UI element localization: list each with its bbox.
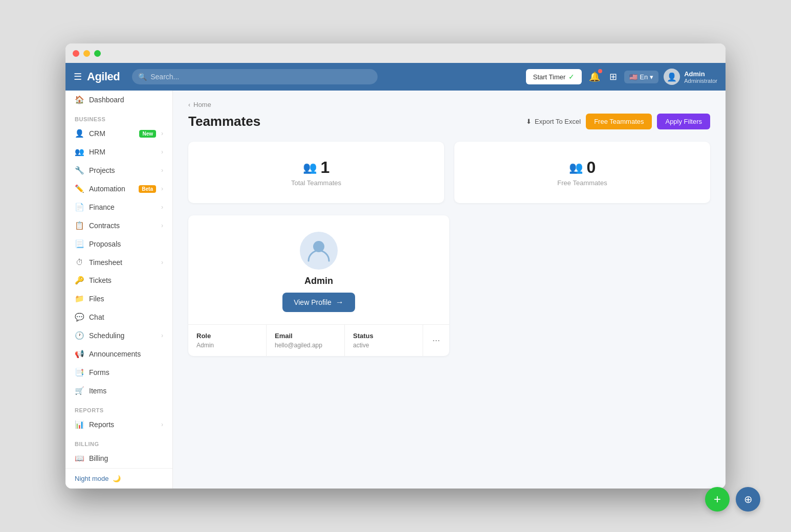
arrow-right-icon: → [336, 298, 344, 307]
teammate-card-top: Admin View Profile → [188, 215, 449, 324]
role-cell: Role Admin [188, 325, 267, 356]
main-area: 🏠 Dashboard BUSINESS 👤 CRM New › 👥 HRM ›… [65, 91, 726, 489]
view-profile-button[interactable]: View Profile → [282, 293, 355, 312]
home-icon: 🏠 [75, 95, 84, 104]
sidebar-item-hrm[interactable]: 👥 HRM › [65, 143, 172, 161]
sidebar-label-chat: Chat [89, 313, 163, 321]
breadcrumb-home[interactable]: Home [193, 101, 211, 108]
sidebar-item-timesheet[interactable]: ⏱ Timesheet › [65, 253, 172, 271]
fab-help-button[interactable]: ⊕ [736, 487, 760, 512]
breadcrumb-arrow-icon: ‹ [188, 101, 190, 108]
automation-icon: ✏️ [75, 184, 84, 193]
hamburger-icon[interactable]: ☰ [74, 71, 82, 82]
contracts-icon: 📋 [75, 221, 84, 230]
sidebar-item-scheduling[interactable]: 🕐 Scheduling › [65, 326, 172, 345]
sidebar-item-forms[interactable]: 📑 Forms [65, 363, 172, 382]
start-timer-button[interactable]: Start Timer ✓ [526, 69, 582, 84]
apply-filters-button[interactable]: Apply Filters [657, 114, 710, 129]
sidebar-section-business: BUSINESS [65, 109, 172, 124]
sidebar-label-scheduling: Scheduling [89, 331, 156, 340]
announcements-icon: 📢 [75, 349, 84, 359]
logo-text: Agiled [87, 70, 120, 83]
apps-grid-button[interactable]: ⊞ [607, 69, 619, 84]
more-options-button[interactable]: ··· [423, 325, 449, 356]
start-timer-label: Start Timer [533, 73, 566, 81]
sidebar-label-items: Items [89, 387, 163, 395]
export-excel-button[interactable]: ⬇ Export To Excel [526, 118, 581, 125]
search-area: 🔍 [132, 69, 378, 84]
notification-badge [598, 69, 602, 73]
chevron-right-icon: › [161, 130, 163, 137]
flag-icon: 🇺🇸 [629, 73, 638, 81]
sidebar-item-proposals[interactable]: 📃 Proposals [65, 235, 172, 253]
sidebar-label-tickets: Tickets [89, 276, 163, 284]
free-teammates-value: 0 [587, 158, 596, 177]
chat-icon: 💬 [75, 313, 84, 322]
status-cell: Status active [345, 325, 423, 356]
sidebar-item-finance[interactable]: 📄 Finance › [65, 198, 172, 216]
sidebar-label-billing: Billing [89, 454, 163, 462]
sidebar-label-announcements: Announcements [89, 350, 163, 358]
page-title: Teammates [188, 114, 260, 129]
top-nav: ☰ Agiled 🔍 Start Timer ✓ 🔔 ⊞ [65, 63, 726, 91]
finance-icon: 📄 [75, 203, 84, 212]
sidebar-item-tickets[interactable]: 🔑 Tickets [65, 271, 172, 290]
minimize-button[interactable] [83, 50, 90, 57]
tickets-icon: 🔑 [75, 276, 84, 285]
sidebar-item-dashboard[interactable]: 🏠 Dashboard [65, 91, 172, 109]
chevron-right-icon: › [161, 148, 163, 156]
sidebar-item-announcements[interactable]: 📢 Announcements [65, 345, 172, 363]
free-teammates-card: 👥 0 Free Teammates [454, 142, 710, 203]
beta-badge: Beta [139, 185, 156, 193]
sidebar-item-automation[interactable]: ✏️ Automation Beta › [65, 180, 172, 198]
projects-icon: 🔧 [75, 166, 84, 175]
chevron-right-icon: › [161, 167, 163, 174]
notifications-button[interactable]: 🔔 [587, 69, 602, 84]
status-value: active [353, 342, 414, 349]
sidebar-item-reports[interactable]: 📊 Reports › [65, 415, 172, 434]
billing-icon: 📖 [75, 454, 84, 463]
sidebar-label-reports: Reports [89, 420, 156, 429]
timer-check-icon: ✓ [568, 73, 575, 81]
search-input[interactable] [132, 69, 378, 84]
lang-chevron-icon: ▾ [650, 73, 653, 81]
free-teammates-number: 👥 0 [569, 158, 596, 177]
sidebar-label-hrm: HRM [89, 148, 156, 156]
sidebar-item-crm[interactable]: 👤 CRM New › [65, 124, 172, 143]
sidebar-item-files[interactable]: 📁 Files [65, 290, 172, 308]
sidebar-label-timesheet: Timesheet [89, 258, 156, 267]
files-icon: 📁 [75, 294, 84, 303]
app-container: ☰ Agiled 🔍 Start Timer ✓ 🔔 ⊞ [65, 63, 726, 489]
people-free-icon: 👥 [569, 161, 583, 174]
sidebar-label-finance: Finance [89, 203, 156, 211]
user-avatar-icon: 👤 [664, 69, 680, 85]
ellipsis-icon: ··· [432, 335, 440, 346]
items-icon: 🛒 [75, 386, 84, 395]
email-label: Email [275, 332, 336, 340]
sidebar-item-projects[interactable]: 🔧 Projects › [65, 161, 172, 180]
sidebar-item-billing[interactable]: 📖 Billing [65, 449, 172, 468]
sidebar-bottom: Night mode 🌙 [65, 468, 172, 489]
fab-add-button[interactable]: + [705, 487, 730, 512]
close-button[interactable] [73, 50, 79, 57]
proposals-icon: 📃 [75, 239, 84, 249]
lang-label: En [640, 73, 648, 81]
sidebar-item-chat[interactable]: 💬 Chat [65, 308, 172, 326]
sidebar-label-forms: Forms [89, 368, 163, 376]
free-teammates-button[interactable]: Free Teammates [586, 114, 652, 129]
member-avatar [300, 232, 338, 270]
view-profile-label: View Profile [294, 298, 332, 306]
app-window: ☰ Agiled 🔍 Start Timer ✓ 🔔 ⊞ [65, 43, 726, 489]
user-role: Administrator [684, 78, 717, 84]
language-button[interactable]: 🇺🇸 En ▾ [624, 71, 658, 83]
teammate-card: Admin View Profile → Role Admin Email [188, 215, 449, 356]
sidebar-label-automation: Automation [89, 185, 134, 193]
free-teammates-label: Free Teammates [557, 179, 607, 187]
sidebar-item-items[interactable]: 🛒 Items [65, 382, 172, 400]
user-area[interactable]: 👤 Admin Administrator [664, 69, 717, 85]
help-icon: ⊕ [744, 493, 753, 505]
sidebar-item-contracts[interactable]: 📋 Contracts › [65, 216, 172, 235]
chevron-right-icon: › [161, 222, 163, 229]
night-mode-button[interactable]: Night mode 🌙 [75, 475, 121, 482]
maximize-button[interactable] [94, 50, 101, 57]
